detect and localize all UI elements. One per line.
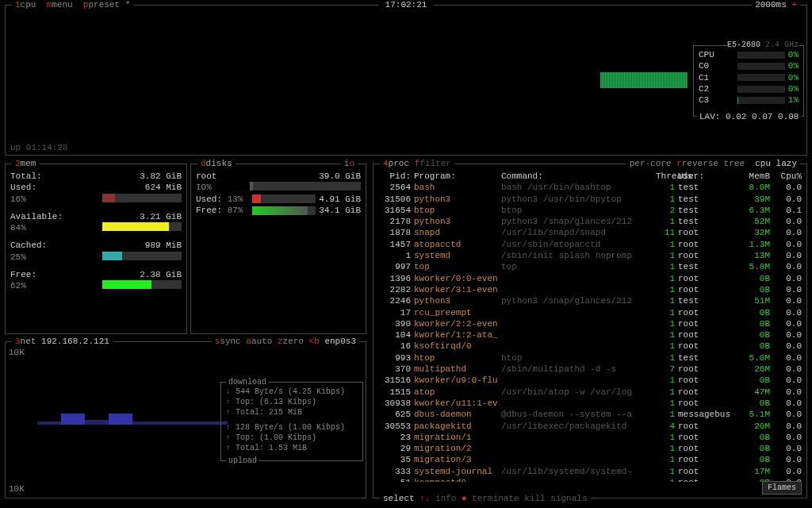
proc-row[interactable]: 17rcu_preempt1root0B0.0 [378,307,802,318]
disks-panel: ddisks io root39.0 GiB IO% Used: 13% 4.9… [190,164,366,334]
mem-free-label: Free: [10,269,36,280]
proc-footer: select ↑↓ info ● terminate kill signals [380,493,591,504]
net-panel: 3net 192.168.2.121 ssync aauto zzero <b … [5,341,366,498]
proc-row[interactable]: 104kworker/1:2-ata_1root0B0.0 [378,329,802,341]
flames-button[interactable]: Flames [762,481,802,495]
proc-kill[interactable]: kill [524,494,545,503]
proc-filter-label[interactable]: filter [419,159,451,168]
net-upload-label: upload [226,456,259,466]
proc-row[interactable]: 625dbus-daemon@dbus-daemon --system --a1… [378,409,802,420]
mem-avail-pct: 84% [10,222,26,233]
proc-row[interactable]: 2246python3python3 /snap/glances/2121tes… [378,295,802,306]
disk-free-pct: 87% [228,206,243,215]
disk-free-label: Free: [196,206,222,215]
proc-header-row: Pid: Program: Command: Threads: User: Me… [378,171,802,182]
proc-row[interactable]: 35migration/31root0B0.0 [378,454,802,465]
mem-used-label: Used: [10,182,36,193]
net-download-graph [37,409,228,425]
proc-row[interactable]: 993htophtop1test5.0M0.0 [378,352,802,364]
net-sync[interactable]: sync [220,337,240,346]
net-dl-total: ↑ Total: 215 MiB [226,407,358,418]
net-scale-bottom: 10K [9,483,25,495]
net-ul-total: ↑ Total: 1.53 MiB [226,443,358,453]
net-iface: enp0s3 [324,337,356,346]
proc-row[interactable]: 997toptop1test5.8M0.0 [378,261,802,272]
proc-hdr-prog[interactable]: Program: [414,171,501,182]
proc-row[interactable]: 29migration/21root0B0.0 [378,443,802,454]
proc-info[interactable]: info [435,494,456,503]
proc-hdr-thr[interactable]: Threads: [656,171,678,182]
proc-panel: 4proc ffilter per-core rreverse tree cpu… [373,164,807,498]
mem-free: 2.38 GiB [140,269,182,280]
proc-select[interactable]: select [383,494,415,503]
net-auto[interactable]: auto [251,337,272,346]
net-iface-prev[interactable]: <b [309,337,320,346]
proc-row[interactable]: 30553packagekitd/usr/libexec/packagekitd… [378,421,802,432]
proc-hdr-pid[interactable]: Pid: [378,171,414,182]
proc-row[interactable]: 1systemd/sbin/init splash nopromp1root13… [378,250,802,261]
mem-free-pct: 62% [10,280,26,291]
proc-row[interactable]: 30938kworker/u11:1-ev1root0B0.0 [378,398,802,409]
cpu-lav: LAV: 0.02 0.07 0.08 [697,111,801,122]
proc-row[interactable]: 2564bashbash /usr/bin/bashtop1test8.0M0.… [378,182,802,193]
disk-size: 39.0 GiB [319,171,361,182]
mem-hotkey: 2 [15,159,21,168]
preset-label[interactable]: preset * [88,0,130,10]
proc-row[interactable]: 23migration/11root0B0.0 [378,432,802,443]
proc-row[interactable]: 333systemd-journal/usr/lib/systemd/syste… [378,466,802,477]
proc-row[interactable]: 390kworker/2:2-even1root0B0.0 [378,318,802,329]
proc-row[interactable]: 51kcompactd01root0B0.0 [378,477,802,482]
mem-used-pct: 16% [10,194,26,205]
proc-row[interactable]: 1515atop/usr/bin/atop -w /var/log1root47… [378,387,802,398]
net-ip: 192.168.2.121 [41,337,109,346]
proc-sort[interactable]: cpu lazy [755,159,797,168]
proc-row[interactable]: 2178python3python3 /snap/glances/2121tes… [378,216,802,227]
mem-avail-label: Available: [10,211,63,222]
cpu-ghz: 2.4 GHz [765,40,799,49]
disk-used-pct: 13% [228,194,243,204]
disk-used: 4.91 GiB [319,194,361,205]
disks-title: disks [206,159,232,168]
proc-row[interactable]: 31654btopbtop2test6.3M0.1 [378,205,802,216]
mem-cached-pct: 25% [10,252,26,263]
proc-row[interactable]: 370multipathd/sbin/multipathd -d -s7root… [378,364,802,375]
proc-row[interactable]: 2282kworker/3:1-even1root0B0.0 [378,284,802,295]
mem-title: mem [21,159,36,168]
net-ul-rate: ↑ 128 Byte/s (1.00 Kibps) [226,422,358,433]
interval: 2000ms [755,0,787,10]
mem-total-label: Total: [10,171,42,182]
plus-icon[interactable]: + [791,0,797,10]
proc-tree[interactable]: tree [724,159,745,168]
net-scale-top: 10K [9,347,25,358]
proc-reverse[interactable]: reverse [682,159,718,168]
net-ul-top: ↑ Top: (1.00 Kibps) [226,433,358,443]
disk-io-label: IO% [196,182,212,193]
net-zero[interactable]: zero [283,337,304,346]
proc-row[interactable]: 1878snapd/usr/lib/snapd/snapd11root32M0.… [378,227,802,238]
proc-hdr-mem[interactable]: MemB [733,171,773,182]
proc-row[interactable]: 16ksoftirqd/01root0B0.0 [378,341,802,352]
proc-hdr-user[interactable]: User: [678,171,733,182]
proc-hdr-cmd[interactable]: Command: [501,171,656,182]
proc-percore[interactable]: per-core [630,159,672,168]
mem-total: 3.82 GiB [140,171,182,182]
mem-cached-label: Cached: [10,240,47,251]
cpu-stats-box: E5-2680 2.4 GHz CPU0%C00%C10%C20%C31% LA… [693,45,804,117]
menu-label[interactable]: menu [52,0,72,10]
proc-row[interactable]: 31516kworker/u9:0-flu1root0B0.0 [378,375,802,386]
proc-terminate[interactable]: terminate [472,494,519,503]
disk-used-label: Used: [196,194,222,204]
net-dl-rate: ↓ 544 Byte/s (4.25 Kibps) [226,387,358,397]
proc-signals[interactable]: signals [550,494,587,503]
cpu-core-row: C31% [699,94,799,106]
cpu-core-row: CPU0% [699,49,799,60]
proc-hdr-cpu[interactable]: Cpu% [773,171,805,182]
proc-row[interactable]: 1457atopacctd/usr/sbin/atopacctd1root1.3… [378,239,802,250]
mem-used: 624 MiB [145,182,182,193]
proc-row[interactable]: 1396kworker/0:0-even1root0B0.0 [378,273,802,284]
cpu-core-row: C20% [699,83,799,94]
proc-row[interactable]: 31506python3python3 /usr/bin/bpytop1test… [378,194,802,205]
cpu-label: cpu [21,0,36,10]
proc-title: proc [389,159,409,168]
mem-cached: 989 MiB [145,240,182,251]
